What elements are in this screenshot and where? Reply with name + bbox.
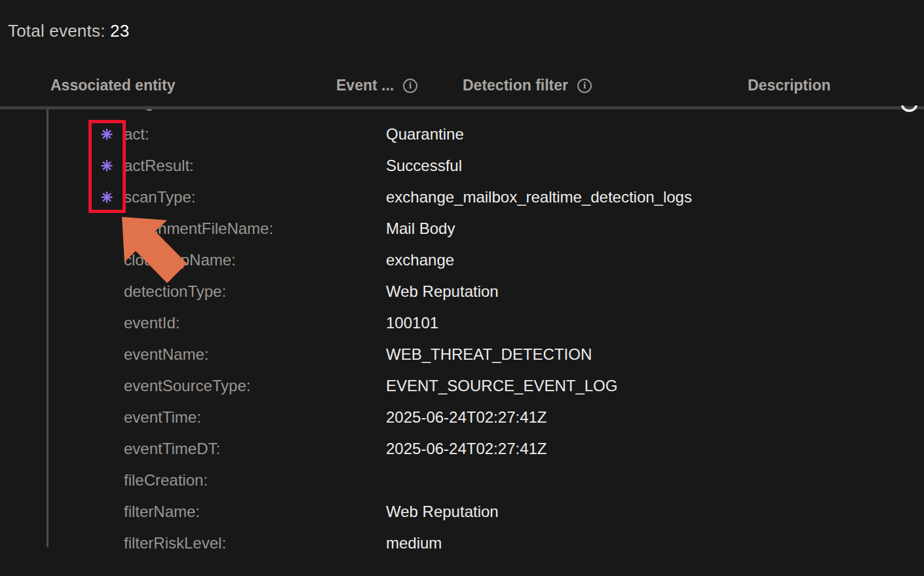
detail-value: 100101 [386, 314, 438, 332]
detail-value: 2025-06-24T02:27:41Z [386, 408, 547, 427]
detail-row: eventName: WEB_THREAT_DETECTION [0, 339, 924, 370]
event-details-panel: act: Quarantine actResult: Successful sc… [0, 119, 924, 549]
detail-row: eventId: 100101 [0, 307, 924, 339]
detail-row: actResult: Successful [0, 150, 924, 182]
detail-value: medium [386, 534, 442, 549]
detail-value: WEB_THREAT_DETECTION [386, 345, 592, 364]
detail-value: Web Reputation [386, 282, 499, 301]
detail-key: eventId: [124, 314, 180, 332]
clipped-white-fragment [901, 106, 918, 113]
column-label: Description [748, 77, 831, 94]
expansion-guide-line [47, 109, 48, 547]
event-log-screen: g act: Quarantine actResult: Successful [0, 0, 924, 576]
detail-value: Successful [386, 157, 462, 175]
detail-value: exchange [386, 251, 454, 269]
total-events-summary: Total events: 23 [8, 21, 129, 41]
total-events-value: 23 [110, 21, 129, 41]
detail-key: eventTime: [124, 408, 201, 427]
info-icon[interactable]: i [403, 79, 417, 93]
detail-key: act: [124, 125, 149, 144]
column-label: Associated entity [50, 77, 175, 94]
detail-key: scanType: [124, 188, 195, 206]
detail-value: Web Reputation [386, 503, 499, 521]
column-header-description[interactable]: Description [748, 77, 831, 94]
detail-rows: act: Quarantine actResult: Successful sc… [0, 119, 924, 549]
detail-key: eventTimeDT: [124, 440, 220, 458]
detail-row: eventTime: 2025-06-24T02:27:41Z [0, 402, 924, 433]
column-label: Detection filter [463, 77, 568, 94]
detail-row: eventTimeDT: 2025-06-24T02:27:41Z [0, 433, 924, 465]
detail-value: 2025-06-24T02:27:41Z [386, 440, 547, 458]
detail-value: EVENT_SOURCE_EVENT_LOG [386, 377, 617, 395]
detail-row: act: Quarantine [0, 119, 924, 150]
info-icon[interactable]: i [577, 79, 592, 93]
header-divider [0, 106, 924, 109]
events-table-header: Associated entity Event ... i Detection … [0, 77, 924, 96]
detail-value: Mail Body [386, 220, 455, 238]
column-label: Event ... [336, 77, 394, 94]
detail-row: eventSourceType: EVENT_SOURCE_EVENT_LOG [0, 370, 924, 402]
detail-key: eventName: [124, 345, 208, 364]
detail-key: eventSourceType: [124, 377, 250, 395]
detail-key: fileCreation: [124, 471, 208, 490]
detail-row: scanType: exchange_mailbox_realtime_dete… [0, 182, 924, 213]
column-header-event[interactable]: Event ... i [336, 77, 417, 94]
detail-value: exchange_mailbox_realtime_detection_logs [386, 188, 692, 206]
column-header-associated-entity[interactable]: Associated entity [50, 77, 175, 94]
detail-row: fileCreation: [0, 465, 924, 496]
highlight-box-annotation [88, 120, 126, 213]
detail-key: filterName: [124, 503, 200, 521]
total-events-label: Total events: [8, 21, 106, 41]
cursor-arrow-annotation [122, 217, 190, 286]
detail-row: filterRiskLevel: medium [0, 528, 924, 549]
column-header-detection-filter[interactable]: Detection filter i [463, 77, 592, 94]
detail-value: Quarantine [386, 125, 464, 144]
detail-key: actResult: [124, 157, 194, 175]
detail-key: filterRiskLevel: [124, 534, 226, 549]
detail-row: filterName: Web Reputation [0, 496, 924, 528]
